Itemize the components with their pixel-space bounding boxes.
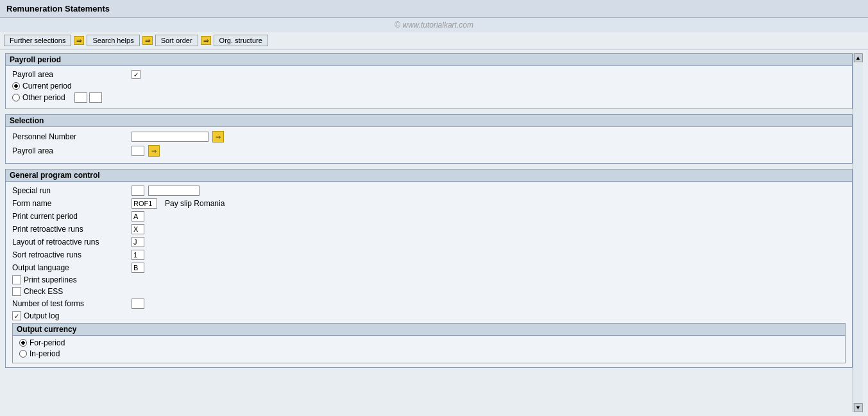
scrollbar: ▲ ▼ bbox=[853, 53, 863, 412]
toolbar: Further selections ⇒ Search helps ⇒ Sort… bbox=[0, 32, 868, 49]
sort-retroactive-label: Sort retroactive runs bbox=[12, 250, 128, 259]
check-ess-row: Check ESS bbox=[12, 287, 846, 296]
output-language-label: Output language bbox=[12, 263, 128, 272]
output-language-row: Output language bbox=[12, 263, 846, 273]
search-helps-arrow-icon: ⇒ bbox=[74, 36, 84, 45]
personnel-number-label: Personnel Number bbox=[12, 132, 128, 141]
general-program-control-section: General program control Special run Form… bbox=[5, 169, 853, 368]
number-of-test-forms-input[interactable] bbox=[132, 299, 144, 309]
check-ess-checkbox[interactable] bbox=[12, 287, 21, 296]
sort-retroactive-input[interactable] bbox=[132, 250, 144, 260]
payroll-area-row: Payroll area bbox=[12, 70, 846, 79]
print-retroactive-runs-label: Print retroactive runs bbox=[12, 225, 128, 234]
scroll-down-button[interactable]: ▼ bbox=[854, 403, 863, 412]
special-run-input1[interactable] bbox=[132, 186, 144, 196]
other-period-input1[interactable] bbox=[74, 92, 87, 103]
selection-payroll-area-nav-button[interactable]: ⇒ bbox=[148, 145, 160, 157]
other-period-label: Other period bbox=[22, 93, 65, 102]
check-ess-label: Check ESS bbox=[24, 287, 63, 296]
output-log-checkbox[interactable] bbox=[12, 311, 21, 320]
in-period-radio[interactable] bbox=[19, 350, 27, 358]
output-log-label: Output log bbox=[24, 311, 59, 320]
in-period-row: In-period bbox=[19, 349, 838, 358]
form-name-description: Pay slip Romania bbox=[165, 199, 225, 208]
layout-retroactive-input[interactable] bbox=[132, 237, 144, 247]
search-helps-button[interactable]: Search helps bbox=[87, 35, 139, 46]
special-run-row: Special run bbox=[12, 186, 846, 196]
further-selections-button[interactable]: Further selections bbox=[4, 35, 71, 46]
other-period-radio[interactable] bbox=[12, 94, 20, 101]
selection-title: Selection bbox=[6, 115, 852, 127]
payroll-area-label: Payroll area bbox=[12, 70, 128, 79]
layout-retroactive-label: Layout of retroactive runs bbox=[12, 238, 128, 247]
personnel-number-nav-button[interactable]: ⇒ bbox=[212, 131, 224, 143]
payroll-period-title: Payroll period bbox=[6, 54, 852, 66]
other-period-inputs bbox=[74, 92, 102, 103]
scroll-up-button[interactable]: ▲ bbox=[854, 53, 863, 62]
in-period-label: In-period bbox=[30, 349, 60, 358]
print-current-period-input[interactable] bbox=[132, 211, 144, 221]
selection-payroll-area-row: Payroll area ⇒ bbox=[12, 145, 846, 157]
scroll-track[interactable] bbox=[853, 62, 863, 403]
output-currency-section: Output currency For-period In-period bbox=[12, 323, 846, 363]
print-retroactive-runs-row: Print retroactive runs bbox=[12, 224, 846, 234]
other-period-input2[interactable] bbox=[89, 92, 102, 103]
number-of-test-forms-row: Number of test forms bbox=[12, 299, 846, 309]
general-program-control-title: General program control bbox=[6, 169, 852, 182]
payroll-area-checkbox[interactable] bbox=[132, 70, 140, 79]
current-period-label: Current period bbox=[22, 82, 72, 91]
left-panel: Payroll period Payroll area Current peri… bbox=[5, 53, 853, 412]
form-name-input[interactable] bbox=[132, 198, 157, 209]
current-period-radio[interactable] bbox=[12, 82, 20, 90]
layout-retroactive-row: Layout of retroactive runs bbox=[12, 237, 846, 247]
print-superlines-checkbox[interactable] bbox=[12, 275, 21, 284]
selection-body: Personnel Number ⇒ Payroll area ⇒ bbox=[6, 127, 852, 163]
for-period-row: For-period bbox=[19, 338, 838, 347]
personnel-number-row: Personnel Number ⇒ bbox=[12, 131, 846, 143]
print-superlines-row: Print superlines bbox=[12, 275, 846, 284]
current-period-row: Current period bbox=[12, 82, 846, 91]
main-content: Payroll period Payroll area Current peri… bbox=[0, 49, 868, 416]
output-log-row: Output log bbox=[12, 311, 846, 320]
form-name-label: Form name bbox=[12, 199, 128, 208]
selection-payroll-area-label: Payroll area bbox=[12, 146, 128, 155]
special-run-input2[interactable] bbox=[148, 186, 200, 196]
watermark: © www.tutorialkart.com bbox=[0, 18, 868, 32]
personnel-number-input[interactable] bbox=[132, 132, 208, 142]
special-run-label: Special run bbox=[12, 186, 128, 195]
print-current-period-row: Print current period bbox=[12, 211, 846, 221]
page-title: Remuneration Statements bbox=[0, 0, 868, 18]
sort-order-button[interactable]: Sort order bbox=[155, 35, 198, 46]
payroll-period-body: Payroll area Current period Other period bbox=[6, 66, 852, 108]
sort-retroactive-row: Sort retroactive runs bbox=[12, 250, 846, 260]
selection-section: Selection Personnel Number ⇒ Payroll are… bbox=[5, 114, 853, 164]
for-period-radio[interactable] bbox=[19, 339, 27, 347]
org-structure-arrow-icon: ⇒ bbox=[201, 36, 211, 45]
for-period-label: For-period bbox=[30, 338, 65, 347]
print-current-period-label: Print current period bbox=[12, 212, 128, 221]
general-program-control-body: Special run Form name Pay slip Romania P… bbox=[6, 182, 852, 367]
sort-order-arrow-icon: ⇒ bbox=[142, 36, 153, 45]
title-text: Remuneration Statements bbox=[6, 4, 110, 13]
output-currency-title: Output currency bbox=[13, 324, 845, 336]
org-structure-button[interactable]: Org. structure bbox=[214, 35, 268, 46]
output-language-input[interactable] bbox=[132, 263, 144, 273]
form-name-row: Form name Pay slip Romania bbox=[12, 198, 846, 209]
output-currency-body: For-period In-period bbox=[13, 336, 845, 363]
payroll-period-section: Payroll period Payroll area Current peri… bbox=[5, 53, 853, 109]
print-superlines-label: Print superlines bbox=[24, 275, 77, 284]
other-period-row: Other period bbox=[12, 92, 846, 103]
print-retroactive-runs-input[interactable] bbox=[132, 224, 144, 234]
selection-payroll-area-input[interactable] bbox=[132, 146, 144, 156]
number-of-test-forms-label: Number of test forms bbox=[12, 299, 128, 308]
